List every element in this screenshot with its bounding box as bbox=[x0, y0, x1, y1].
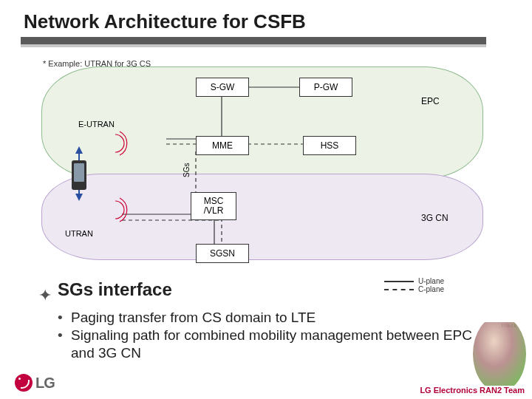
legend-cplane: C-plane bbox=[418, 285, 444, 293]
eutran-label: E-UTRAN bbox=[78, 120, 115, 129]
plane-legend: U-plane C-plane bbox=[384, 277, 444, 293]
utran-label: UTRAN bbox=[65, 229, 93, 238]
bullet-1: Paging transfer from CS domain to LTE bbox=[71, 310, 316, 325]
title-rule-light bbox=[21, 44, 486, 47]
lg-logo-circle-icon bbox=[15, 374, 33, 392]
sgsn-node: SGSN bbox=[196, 244, 249, 263]
ue-icon bbox=[72, 160, 86, 190]
lg-logo: LG bbox=[15, 374, 55, 392]
title-rule-dark bbox=[21, 37, 486, 44]
sgs-interface-label: SGs bbox=[183, 163, 191, 177]
bullet-2: Signaling path for combined mobility man… bbox=[71, 327, 472, 361]
decorative-photo bbox=[473, 322, 526, 386]
msc-vlr-node: MSC /VLR bbox=[191, 192, 236, 220]
cn-label: 3G CN bbox=[421, 213, 449, 223]
mme-node: MME bbox=[196, 136, 249, 155]
pgw-node: P-GW bbox=[299, 78, 352, 97]
epc-label: EPC bbox=[421, 96, 440, 106]
legend-uplane: U-plane bbox=[418, 277, 444, 285]
bullet-list: Paging transfer from CS domain to LTE Si… bbox=[58, 309, 494, 361]
nodeb-icon bbox=[102, 198, 127, 223]
enodeb-icon bbox=[102, 132, 127, 157]
page-title: Network Architecture for CSFB bbox=[24, 10, 306, 33]
section-bullet-icon: ✦ bbox=[38, 286, 52, 305]
sgw-node: S-GW bbox=[196, 78, 249, 97]
lg-logo-text: LG bbox=[35, 375, 55, 392]
section-heading: SGs interface bbox=[58, 279, 172, 300]
footer-tag: LG Electronics RAN2 Team bbox=[420, 386, 525, 395]
hss-node: HSS bbox=[303, 136, 356, 155]
